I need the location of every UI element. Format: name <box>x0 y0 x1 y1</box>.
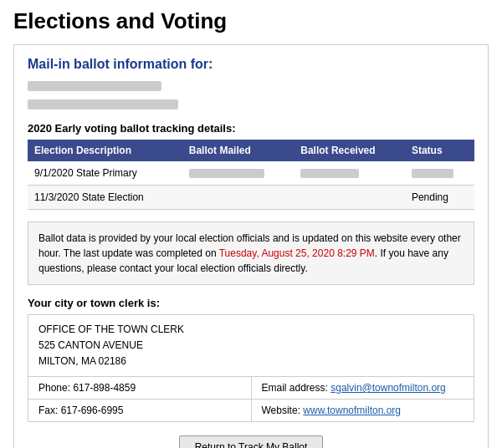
election-desc-2: 11/3/2020 State Election <box>28 185 182 209</box>
fax-label: Fax: <box>38 405 61 416</box>
clerk-email-cell: Email address: sgalvin@townofmilton.org <box>252 377 474 399</box>
tracking-section-title: 2020 Early voting ballot tracking detail… <box>28 122 474 135</box>
col-status: Status <box>405 140 474 161</box>
table-header-row: Election Description Ballot Mailed Ballo… <box>28 140 474 161</box>
email-label: Email address: <box>262 382 331 394</box>
website-label: Website: <box>262 405 304 416</box>
clerk-details: OFFICE OF THE TOWN CLERK 525 CANTON AVEN… <box>28 314 474 423</box>
notice-date: Tuesday, August 25, 2020 8:29 PM <box>219 247 375 259</box>
clerk-phone-cell: Phone: 617-898-4859 <box>28 377 252 399</box>
clerk-address: OFFICE OF THE TOWN CLERK 525 CANTON AVEN… <box>28 315 474 378</box>
ballot-received-2 <box>294 185 405 209</box>
clerk-website-cell: Website: www.townofmilton.org <box>252 400 474 421</box>
main-card: Mail-in ballot information for: 2020 Ear… <box>13 44 489 448</box>
phone-value: 617-898-4859 <box>73 382 136 394</box>
return-button[interactable]: Return to Track My Ballot <box>179 435 324 448</box>
clerk-fax-row: Fax: 617-696-6995 Website: www.townofmil… <box>28 400 474 421</box>
card-heading: Mail-in ballot information for: <box>28 57 474 72</box>
clerk-section-title: Your city or town clerk is: <box>28 297 474 309</box>
button-row: Return to Track My Ballot <box>28 435 474 448</box>
page-title: Elections and Voting <box>13 8 489 34</box>
election-desc-1: 9/1/2020 State Primary <box>28 161 182 186</box>
clerk-email-link[interactable]: sgalvin@townofmilton.org <box>330 382 446 394</box>
ballot-received-1 <box>294 161 405 186</box>
status-1 <box>405 161 474 186</box>
notice-box: Ballot data is provided by your local el… <box>28 221 474 285</box>
received-blur-1 <box>300 169 359 178</box>
table-row: 11/3/2020 State Election Pending <box>28 185 474 209</box>
col-ballot-received: Ballot Received <box>294 140 405 161</box>
clerk-fax-cell: Fax: 617-696-6995 <box>28 400 252 421</box>
status-blur-1 <box>412 169 453 178</box>
table-row: 9/1/2020 State Primary <box>28 161 474 186</box>
mailed-blur-1 <box>189 169 264 178</box>
clerk-website-link[interactable]: www.townofmilton.org <box>303 405 401 416</box>
ballot-mailed-1 <box>182 161 294 186</box>
col-ballot-mailed: Ballot Mailed <box>182 140 294 161</box>
clerk-addr1: 525 CANTON AVENUE <box>38 338 464 354</box>
clerk-section: Your city or town clerk is: OFFICE OF TH… <box>28 297 474 423</box>
ballot-mailed-2 <box>182 185 294 209</box>
clerk-name: OFFICE OF THE TOWN CLERK <box>38 322 464 338</box>
col-election-description: Election Description <box>28 140 182 161</box>
phone-label: Phone: <box>38 382 73 394</box>
ballot-tracking-table: Election Description Ballot Mailed Ballo… <box>28 140 474 210</box>
clerk-phone-row: Phone: 617-898-4859 Email address: sgalv… <box>28 377 474 400</box>
clerk-addr2: MILTON, MA 02186 <box>38 354 464 369</box>
voter-info <box>28 80 474 94</box>
status-2: Pending <box>405 185 474 209</box>
voter-address-blur <box>28 99 178 109</box>
fax-value: 617-696-6995 <box>61 405 124 416</box>
voter-address <box>28 98 474 110</box>
voter-name-blur <box>28 81 161 91</box>
